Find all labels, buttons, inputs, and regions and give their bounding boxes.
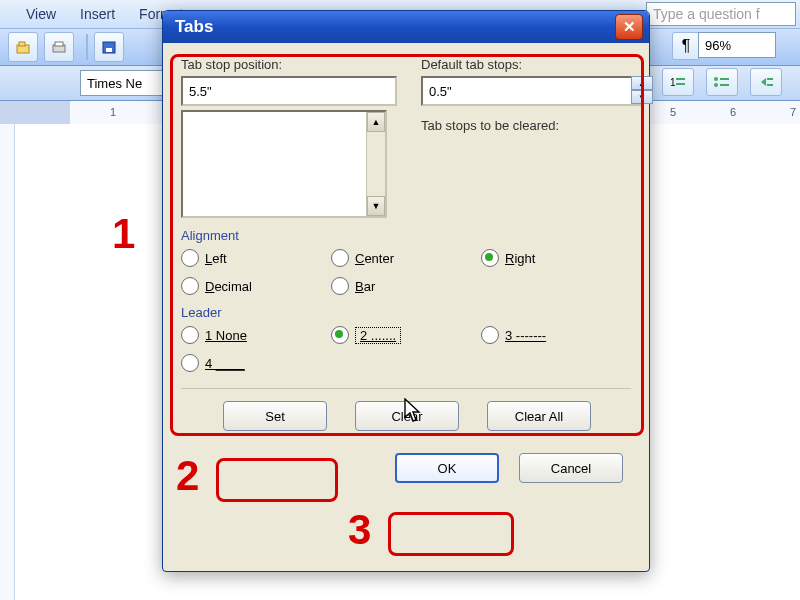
default-tab-stops-label: Default tab stops: (421, 57, 653, 72)
menu-insert[interactable]: Insert (68, 3, 127, 25)
decrease-indent-icon[interactable] (750, 68, 782, 96)
dialog-separator (181, 388, 631, 389)
help-search-box[interactable]: Type a question f (646, 2, 796, 26)
scroll-up-icon[interactable]: ▲ (367, 112, 385, 132)
dialog-title: Tabs (175, 17, 213, 37)
open-icon[interactable] (8, 32, 38, 62)
dialog-titlebar[interactable]: Tabs ✕ (163, 11, 649, 43)
svg-rect-15 (767, 84, 773, 86)
save-icon[interactable] (94, 32, 124, 62)
leader-none-label: 1 None (205, 328, 247, 343)
leader-group: Leader 1 None 2 ....... 3 ------- 4 ____ (181, 305, 631, 372)
annotation-number-2: 2 (176, 452, 199, 500)
clear-button[interactable]: Clear (355, 401, 459, 431)
close-icon[interactable]: ✕ (615, 14, 643, 40)
spinner-down-icon[interactable]: ▼ (631, 90, 653, 104)
svg-rect-1 (19, 42, 25, 46)
cancel-button[interactable]: Cancel (519, 453, 623, 483)
svg-marker-13 (761, 78, 766, 86)
ok-button[interactable]: OK (395, 453, 499, 483)
leader-dots-label: 2 ....... (355, 327, 401, 344)
leader-dashes-radio[interactable]: 3 ------- (481, 326, 631, 344)
alignment-left-label: Left (205, 251, 227, 266)
svg-point-10 (714, 83, 718, 87)
svg-point-9 (714, 77, 718, 81)
svg-rect-14 (767, 78, 773, 80)
leader-none-radio[interactable]: 1 None (181, 326, 331, 344)
svg-rect-5 (106, 48, 112, 52)
spinner-up-icon[interactable]: ▲ (631, 76, 653, 90)
alignment-left-radio[interactable]: Left (181, 249, 331, 267)
show-hide-paragraph-icon[interactable]: ¶ (672, 32, 700, 60)
default-tab-stops-input[interactable] (421, 76, 641, 106)
leader-dots-radio[interactable]: 2 ....... (331, 326, 481, 344)
toolbar-separator (86, 34, 88, 60)
annotation-number-3: 3 (348, 506, 371, 554)
doc-left-margin (0, 124, 15, 600)
print-icon[interactable] (44, 32, 74, 62)
svg-rect-8 (676, 83, 685, 85)
annotation-number-1: 1 (112, 210, 135, 258)
alignment-center-radio[interactable]: Center (331, 249, 481, 267)
alignment-group: Alignment Left Center Right Decimal Bar (181, 228, 631, 295)
alignment-bar-radio[interactable]: Bar (331, 277, 481, 295)
leader-underscore-label: 4 ____ (205, 356, 245, 371)
numbered-list-icon[interactable]: 1 (662, 68, 694, 96)
tab-stop-position-input[interactable] (181, 76, 397, 106)
svg-rect-12 (720, 84, 729, 86)
bulleted-list-icon[interactable] (706, 68, 738, 96)
alignment-bar-label: Bar (355, 279, 375, 294)
alignment-decimal-label: Decimal (205, 279, 252, 294)
menu-view[interactable]: View (14, 3, 68, 25)
leader-underscore-radio[interactable]: 4 ____ (181, 354, 331, 372)
listbox-scrollbar[interactable]: ▲ ▼ (366, 112, 385, 216)
zoom-combo[interactable]: 96% (698, 32, 776, 58)
alignment-decimal-radio[interactable]: Decimal (181, 277, 331, 295)
svg-rect-11 (720, 78, 729, 80)
alignment-right-label: Right (505, 251, 535, 266)
set-button[interactable]: Set (223, 401, 327, 431)
leader-group-title: Leader (181, 305, 631, 320)
tab-stop-listbox[interactable]: ▲ ▼ (181, 110, 387, 218)
alignment-right-radio[interactable]: Right (481, 249, 631, 267)
clear-all-button[interactable]: Clear All (487, 401, 591, 431)
default-tab-stops-spinner[interactable]: ▲ ▼ (631, 76, 653, 104)
tab-stop-position-label: Tab stop position: (181, 57, 397, 72)
alignment-center-label: Center (355, 251, 394, 266)
leader-dashes-label: 3 ------- (505, 328, 546, 343)
tab-stops-cleared-label: Tab stops to be cleared: (421, 118, 653, 133)
scroll-down-icon[interactable]: ▼ (367, 196, 385, 216)
alignment-group-title: Alignment (181, 228, 631, 243)
svg-text:1: 1 (670, 77, 676, 88)
svg-rect-7 (676, 78, 685, 80)
tabs-dialog: Tabs ✕ Tab stop position: ▲ ▼ Default ta… (162, 10, 650, 572)
svg-rect-3 (55, 42, 63, 46)
